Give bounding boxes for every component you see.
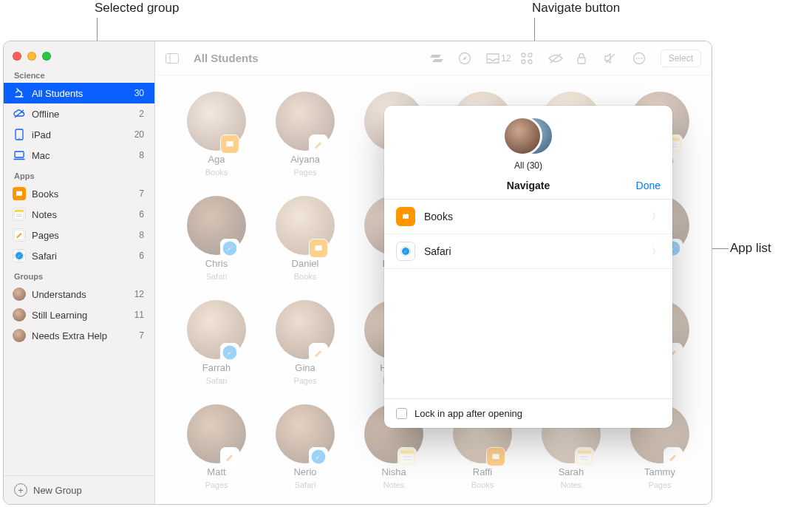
group-avatar-icon: [13, 329, 26, 342]
books-icon: [13, 187, 26, 200]
close-icon[interactable]: [13, 52, 21, 61]
done-button[interactable]: Done: [636, 180, 661, 191]
callout-selected-group: Selected group: [95, 1, 179, 16]
lock-label: Lock in app after opening: [414, 408, 522, 419]
mac-icon: [13, 149, 26, 162]
sidebar-item-count: 8: [139, 230, 144, 240]
sidebar-item-label: iPad: [32, 129, 51, 140]
group-avatar-icon: [13, 287, 26, 301]
student-card[interactable]: NerioSafari: [266, 404, 344, 489]
chevron-right-icon: 〉: [652, 211, 661, 223]
student-name: Nerio: [293, 466, 316, 477]
pages-icon: [309, 343, 328, 362]
student-app: Notes: [561, 480, 582, 489]
dialog-avatars: [502, 116, 554, 156]
sidebar-item-count: 6: [139, 209, 144, 220]
svg-point-2: [18, 138, 19, 139]
app-window: Science All Students30Offline2iPad20Mac8…: [3, 41, 712, 505]
safari-icon: [309, 447, 328, 466]
student-card[interactable]: DanielBooks: [266, 196, 344, 281]
minimize-icon[interactable]: [27, 52, 36, 61]
inbox-button[interactable]: 12: [486, 53, 511, 64]
screens-icon[interactable]: [430, 52, 449, 64]
cloud-slash-icon: [13, 107, 26, 120]
student-card[interactable]: ChrisSafari: [177, 196, 256, 281]
sidebar-item-notes[interactable]: Notes6: [4, 204, 154, 225]
student-name: Nisha: [381, 466, 406, 477]
student-card[interactable]: AiyanaPages: [266, 92, 344, 177]
group-avatar-icon: [13, 308, 26, 321]
student-name: Matt: [207, 466, 225, 477]
sidebar-item-safari[interactable]: Safari6: [4, 245, 154, 266]
safari-icon: [396, 242, 415, 261]
sidebar-item-count: 2: [139, 109, 144, 119]
sidebar-item-label: Understands: [32, 289, 86, 300]
student-card[interactable]: AgaBooks: [177, 92, 256, 177]
student-name: Tammy: [644, 466, 675, 477]
safari-icon: [220, 239, 239, 258]
student-app: Notes: [383, 480, 405, 489]
dialog-app-list: Books〉Safari〉: [384, 199, 672, 399]
callout-navigate-button: Navigate button: [532, 1, 620, 16]
lock-icon[interactable]: [576, 52, 596, 64]
navigate-button[interactable]: [520, 52, 539, 65]
student-app: Pages: [648, 480, 671, 489]
mute-icon[interactable]: [604, 52, 624, 64]
pages-icon: [13, 228, 26, 242]
dialog-subtitle: All (30): [514, 160, 542, 171]
new-group-label: New Group: [33, 485, 82, 496]
svg-rect-58: [578, 450, 590, 453]
sidebar-item-count: 7: [139, 188, 144, 199]
safari-icon: [220, 343, 239, 362]
student-app: Safari: [206, 376, 228, 385]
svg-rect-54: [400, 450, 413, 453]
sidebar-item-count: 7: [139, 330, 144, 341]
sidebar-item-understands[interactable]: Understands12: [4, 284, 154, 304]
app-row-label: Books: [424, 211, 453, 222]
lock-checkbox[interactable]: [396, 408, 407, 419]
sidebar-item-label: Pages: [32, 230, 59, 241]
safari-icon: [13, 249, 26, 262]
sidebar-item-label: Notes: [32, 209, 57, 220]
sidebar-item-offline[interactable]: Offline2: [4, 103, 154, 124]
student-card[interactable]: MattPages: [177, 404, 256, 489]
toolbar: All Students 12: [155, 41, 712, 75]
dialog-title: Navigate: [507, 180, 550, 191]
sidebar-item-label: Safari: [32, 251, 57, 262]
student-card[interactable]: GinaPages: [266, 300, 344, 385]
svg-point-24: [635, 58, 637, 59]
more-icon[interactable]: [632, 52, 652, 65]
compass-icon[interactable]: [458, 52, 477, 65]
pages-icon: [663, 447, 683, 466]
sidebar-item-label: All Students: [32, 88, 83, 99]
svg-point-26: [641, 58, 642, 59]
ipad-icon: [13, 128, 26, 141]
sidebar-item-needs-extra-help[interactable]: Needs Extra Help7: [4, 325, 154, 346]
books-icon: [309, 239, 328, 258]
sidebar-item-count: 11: [134, 310, 144, 320]
hide-icon[interactable]: [548, 53, 567, 64]
student-card[interactable]: FarrahSafari: [177, 300, 256, 385]
sidebar-item-books[interactable]: Books7: [4, 183, 154, 204]
student-name: Aiyana: [290, 154, 320, 165]
svg-point-17: [528, 53, 532, 57]
svg-point-19: [528, 60, 532, 64]
app-row-safari[interactable]: Safari〉: [384, 234, 672, 269]
notes-icon: [575, 447, 594, 466]
sidebar-item-ipad[interactable]: iPad20: [4, 124, 154, 145]
sidebar-section-science: Science: [4, 65, 154, 83]
app-row-books[interactable]: Books〉: [384, 200, 672, 234]
sidebar-item-mac[interactable]: Mac8: [4, 145, 154, 166]
select-button[interactable]: Select: [661, 50, 701, 67]
app-row-label: Safari: [424, 245, 451, 257]
sidebar-item-still-learning[interactable]: Still Learning11: [4, 304, 154, 325]
student-app: Pages: [293, 376, 316, 385]
sidebar-item-all-students[interactable]: All Students30: [4, 83, 154, 103]
page-title: All Students: [194, 52, 259, 64]
zoom-icon[interactable]: [42, 52, 51, 61]
new-group-button[interactable]: + New Group: [4, 475, 154, 504]
sidebar-item-count: 12: [134, 289, 144, 299]
student-app: Safari: [295, 480, 316, 489]
sidebar-item-pages[interactable]: Pages8: [4, 225, 154, 245]
sidebar-toggle-icon[interactable]: [166, 53, 185, 64]
